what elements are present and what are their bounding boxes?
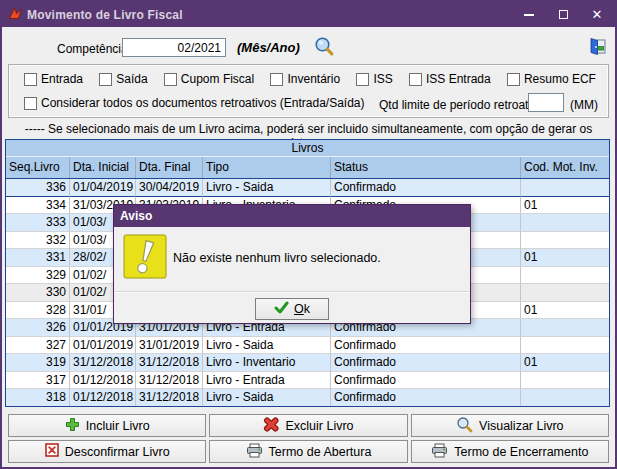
competencia-input[interactable] [122, 38, 226, 57]
printer-icon [431, 443, 448, 461]
table-cell: Confirmado [331, 337, 521, 355]
table-cell: Confirmado [331, 372, 521, 390]
dialog-titlebar: Aviso [114, 205, 470, 227]
close-icon: ✕ [592, 8, 603, 21]
table-row[interactable]: 32701/01/201931/01/2019Livro - SaidaConf… [6, 337, 609, 355]
checkbox-label: Saída [116, 72, 147, 86]
filter-checkbox-retroativos[interactable]: Considerar todos os documentos retroativ… [24, 96, 365, 110]
table-cell [521, 284, 609, 302]
table-cell [521, 389, 609, 407]
column-header[interactable]: Status [331, 157, 521, 178]
table-cell: 333 [6, 214, 70, 232]
table-cell: Livro - Saida [203, 389, 331, 407]
table-cell: 01/12/2018 [70, 372, 136, 390]
magnifier-icon [456, 416, 473, 436]
table-cell [521, 214, 609, 232]
filter-checkbox-invent-rio[interactable]: Inventário [270, 72, 340, 86]
warning-dialog: Aviso Não existe nenhum livro selecionad… [113, 204, 471, 324]
exit-door-icon [588, 44, 607, 59]
checkbox-icon [24, 73, 37, 86]
column-header[interactable]: Tipo [203, 157, 331, 178]
app-window: Movimento de Livro Fiscal ✕ Competência:… [0, 0, 617, 469]
table-cell: 01 [521, 249, 609, 267]
table-cell [521, 372, 609, 390]
table-cell: 31/12/2018 [70, 354, 136, 372]
table-cell: 01/04/2019 [70, 179, 136, 197]
column-header[interactable]: Dta. Inicial [70, 157, 136, 178]
column-header[interactable]: Cod. Mot. Inv. [521, 157, 609, 178]
qty-limit-input[interactable] [528, 93, 564, 112]
checkbox-icon [99, 73, 112, 86]
minimize-icon [524, 14, 534, 16]
table-cell: 334 [6, 197, 70, 215]
maximize-icon [559, 10, 568, 19]
filter-checkbox-sa-da[interactable]: Saída [99, 72, 147, 86]
dialog-body: Não existe nenhum livro selecionado. Ok [114, 227, 470, 323]
table-cell: Livro - Inventario [203, 354, 331, 372]
ok-button-label: Ok [294, 302, 310, 316]
table-cell: 01 [521, 197, 609, 215]
termo-abertura-button[interactable]: Termo de Abertura [209, 440, 407, 463]
filter-checkbox-entrada[interactable]: Entrada [24, 72, 83, 86]
content-area: Competência: (Mês/Ano) EntradaSaídaCu [2, 27, 615, 467]
table-cell: 31/01/2019 [136, 337, 203, 355]
column-header[interactable]: Seq.Livro [6, 157, 70, 178]
window-title: Movimento de Livro Fiscal [27, 8, 183, 22]
table-cell: 01 [521, 302, 609, 320]
excluir-livro-button[interactable]: Excluir Livro [209, 414, 407, 437]
column-header[interactable]: Dta. Final [136, 157, 203, 178]
mm-unit-hint: (MM) [570, 98, 598, 112]
retroactive-label: Considerar todos os documentos retroativ… [41, 96, 365, 110]
termo-encerramento-button[interactable]: Termo de Encerramento [411, 440, 609, 463]
ok-button[interactable]: Ok [255, 298, 329, 320]
checkbox-icon [24, 97, 37, 110]
checkbox-icon [270, 73, 283, 86]
printer-icon [246, 443, 263, 461]
table-cell: 318 [6, 389, 70, 407]
close-button[interactable]: ✕ [589, 7, 605, 23]
table-row[interactable]: 31701/12/201831/12/2018Livro - EntradaCo… [6, 372, 609, 390]
table-cell [521, 319, 609, 337]
maximize-button[interactable] [555, 7, 571, 23]
filter-checkbox-iss[interactable]: ISS [356, 72, 392, 86]
checkbox-label: Cupom Fiscal [181, 72, 254, 86]
checkbox-icon [356, 73, 369, 86]
exit-button[interactable] [588, 37, 607, 59]
table-cell [521, 337, 609, 355]
grid-title: Livros [6, 140, 609, 157]
action-button-bar: Incluir Livro Excluir Livro [8, 414, 609, 463]
mes-ano-hint: (Mês/Ano) [237, 40, 300, 55]
table-row[interactable]: 33601/04/201930/04/2019Livro - SaidaConf… [6, 179, 609, 197]
visualizar-livro-button[interactable]: Visualizar Livro [411, 414, 609, 437]
search-magnifier-icon[interactable] [314, 36, 335, 61]
table-cell: 336 [6, 179, 70, 197]
checkbox-label: ISS Entrada [426, 72, 491, 86]
plus-icon [65, 417, 80, 435]
table-cell: 01/01/2019 [70, 337, 136, 355]
table-cell: 317 [6, 372, 70, 390]
table-cell: Confirmado [331, 389, 521, 407]
filter-checkbox-iss-entrada[interactable]: ISS Entrada [409, 72, 491, 86]
table-row[interactable]: 31931/12/201831/12/2018Livro - Inventari… [6, 354, 609, 372]
table-cell: 330 [6, 284, 70, 302]
checkbox-label: Entrada [41, 72, 83, 86]
filter-checkbox-row: EntradaSaídaCupom FiscalInventárioISSISS… [24, 72, 596, 86]
warning-icon [123, 234, 167, 286]
table-row[interactable]: 31801/12/201831/12/2018Livro - SaidaConf… [6, 389, 609, 407]
dialog-separator [114, 291, 470, 293]
incluir-livro-button[interactable]: Incluir Livro [8, 414, 206, 437]
table-cell: Livro - Entrada [203, 372, 331, 390]
filter-checkbox-resumo-ecf[interactable]: Resumo ECF [507, 72, 596, 86]
table-cell: 332 [6, 232, 70, 250]
minimize-button[interactable] [521, 7, 537, 23]
filter-checkbox-cupom-fiscal[interactable]: Cupom Fiscal [164, 72, 254, 86]
table-cell [521, 267, 609, 285]
table-cell: 01 [521, 354, 609, 372]
desconfirmar-livro-button[interactable]: Desconfirmar Livro [8, 440, 206, 463]
dialog-title: Aviso [120, 209, 152, 223]
grid-header: Seq.LivroDta. InicialDta. FinalTipoStatu… [6, 157, 609, 179]
app-logo-icon [8, 6, 23, 24]
titlebar: Movimento de Livro Fiscal ✕ [2, 2, 615, 27]
cancel-box-icon [45, 443, 59, 460]
table-cell: 331 [6, 249, 70, 267]
